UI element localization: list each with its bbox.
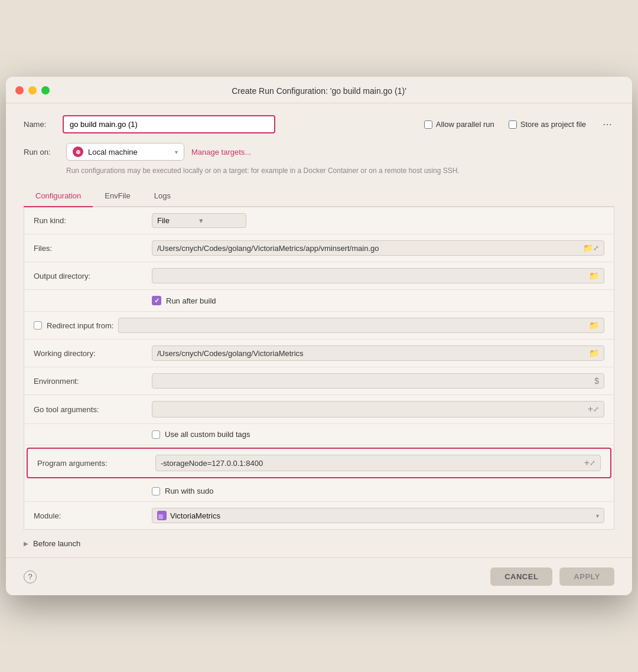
output-directory-label: Output directory:	[34, 272, 152, 280]
main-window: Create Run Configuration: 'go build main…	[6, 77, 632, 595]
redirect-input-label: Redirect input from:	[47, 321, 113, 330]
hint-text: Run configurations may be executed local…	[66, 165, 614, 176]
store-project-label[interactable]: Store as project file	[520, 120, 586, 129]
allow-parallel-group: Allow parallel run	[424, 120, 494, 129]
environment-input[interactable]	[157, 377, 594, 386]
use-custom-build-tags-row: Use all custom build tags	[24, 424, 614, 445]
go-tool-expand-icon[interactable]: ⤢	[593, 405, 599, 413]
working-directory-field-wrapper: 📁	[152, 345, 604, 361]
go-tool-arguments-row: Go tool arguments: + ⤢	[24, 395, 614, 424]
program-arguments-row: Program arguments: + ⤢	[28, 449, 610, 477]
content-area: Name: Allow parallel run Store as projec…	[6, 103, 632, 530]
window-title: Create Run Configuration: 'go build main…	[232, 86, 406, 96]
configuration-panel: Run kind: File ▾ Files: 📁 ⤢ Output direc…	[24, 207, 614, 530]
run-after-build-checkbox[interactable]	[152, 296, 161, 305]
output-directory-row: Output directory: 📁	[24, 262, 614, 290]
collapse-icon: ▶	[24, 540, 28, 547]
go-tool-arguments-input[interactable]	[157, 405, 588, 414]
apply-button[interactable]: APPLY	[559, 567, 614, 586]
use-custom-build-tags-checkbox[interactable]	[152, 430, 160, 439]
chevron-down-icon: ▾	[175, 149, 178, 155]
use-custom-build-tags-group: Use all custom build tags	[152, 430, 250, 439]
allow-parallel-label[interactable]: Allow parallel run	[436, 120, 494, 129]
program-arguments-input[interactable]	[161, 459, 584, 468]
target-name: Local machine	[88, 148, 170, 156]
module-chevron-icon: ▾	[596, 513, 599, 519]
target-select[interactable]: ⊕ Local machine ▾	[66, 143, 184, 161]
run-with-sudo-label: Run with sudo	[165, 487, 213, 495]
output-directory-field-wrapper: 📁	[152, 268, 604, 283]
tab-logs[interactable]: Logs	[142, 185, 183, 207]
before-launch-label: Before launch	[33, 539, 80, 548]
module-label: Module:	[34, 511, 152, 520]
working-directory-input[interactable]	[157, 349, 589, 358]
working-directory-label: Working directory:	[34, 349, 152, 358]
run-on-row: Run on: ⊕ Local machine ▾ Manage targets…	[24, 143, 614, 161]
plus-icon[interactable]: +	[588, 404, 593, 415]
environment-label: Environment:	[34, 377, 152, 386]
files-label: Files:	[34, 244, 152, 253]
store-project-checkbox[interactable]	[509, 120, 517, 129]
program-arguments-field-wrapper: + ⤢	[155, 455, 601, 471]
help-button[interactable]: ?	[24, 570, 37, 583]
module-select[interactable]: VictoriaMetrics ▾	[152, 508, 604, 523]
program-arguments-label: Program arguments:	[37, 459, 155, 468]
maximize-button[interactable]	[41, 86, 50, 94]
go-tool-arguments-label: Go tool arguments:	[34, 405, 152, 414]
more-options-button[interactable]: ⋯	[600, 118, 614, 131]
run-with-sudo-checkbox[interactable]	[152, 487, 160, 495]
run-after-build-label: Run after build	[166, 296, 216, 305]
run-kind-select[interactable]: File ▾	[152, 213, 246, 228]
store-project-group: Store as project file	[509, 120, 586, 129]
files-field-wrapper: 📁 ⤢	[152, 240, 604, 256]
redirect-input-checkbox[interactable]	[34, 321, 42, 330]
titlebar: Create Run Configuration: 'go build main…	[6, 77, 632, 103]
dollar-icon[interactable]: $	[594, 376, 599, 386]
name-input[interactable]	[63, 115, 275, 133]
use-custom-build-tags-label: Use all custom build tags	[165, 430, 250, 439]
header-options: Allow parallel run Store as project file…	[424, 118, 614, 131]
environment-field-wrapper: $	[152, 373, 604, 389]
footer: ? CANCEL APPLY	[6, 557, 632, 595]
run-after-build-row: Run after build	[24, 290, 614, 312]
module-row: Module: VictoriaMetrics ▾	[24, 502, 614, 529]
module-icon	[157, 511, 167, 520]
run-kind-row: Run kind: File ▾	[24, 207, 614, 234]
redirect-folder-icon[interactable]: 📁	[589, 321, 599, 330]
environment-row: Environment: $	[24, 367, 614, 395]
tabs-bar: Configuration EnvFile Logs	[24, 185, 614, 207]
tab-configuration[interactable]: Configuration	[24, 185, 93, 207]
run-kind-label: Run kind:	[34, 216, 152, 225]
window-controls	[15, 86, 50, 94]
tab-envfile[interactable]: EnvFile	[93, 185, 142, 207]
files-row: Files: 📁 ⤢	[24, 234, 614, 262]
manage-targets-link[interactable]: Manage targets...	[191, 148, 251, 156]
folder-icon[interactable]: 📁	[583, 243, 593, 253]
name-row: Name: Allow parallel run Store as projec…	[24, 115, 614, 133]
run-after-build-group: Run after build	[152, 296, 216, 305]
program-args-expand-icon[interactable]: ⤢	[590, 459, 595, 467]
output-directory-input[interactable]	[157, 272, 589, 280]
close-button[interactable]	[15, 86, 24, 94]
program-args-plus-icon[interactable]: +	[584, 458, 590, 468]
run-with-sudo-row: Run with sudo	[24, 481, 614, 502]
before-launch-section[interactable]: ▶ Before launch	[6, 530, 632, 557]
program-arguments-highlighted-row: Program arguments: + ⤢	[27, 448, 611, 478]
expand-icon[interactable]: ⤢	[593, 244, 599, 252]
working-folder-icon[interactable]: 📁	[589, 348, 599, 358]
name-label: Name:	[24, 120, 53, 129]
output-folder-icon[interactable]: 📁	[589, 271, 599, 280]
minimize-button[interactable]	[28, 86, 37, 94]
redirect-input-input[interactable]	[123, 321, 589, 330]
module-value: VictoriaMetrics	[170, 511, 220, 520]
run-kind-chevron-icon: ▾	[199, 216, 241, 225]
run-with-sudo-group: Run with sudo	[152, 487, 213, 495]
target-icon: ⊕	[73, 146, 83, 157]
footer-buttons: CANCEL APPLY	[490, 567, 614, 586]
working-directory-row: Working directory: 📁	[24, 340, 614, 367]
cancel-button[interactable]: CANCEL	[490, 567, 552, 586]
files-input[interactable]	[157, 244, 583, 253]
redirect-input-field-wrapper: 📁	[118, 318, 604, 333]
redirect-input-row: Redirect input from: 📁	[24, 312, 614, 340]
allow-parallel-checkbox[interactable]	[424, 120, 432, 129]
